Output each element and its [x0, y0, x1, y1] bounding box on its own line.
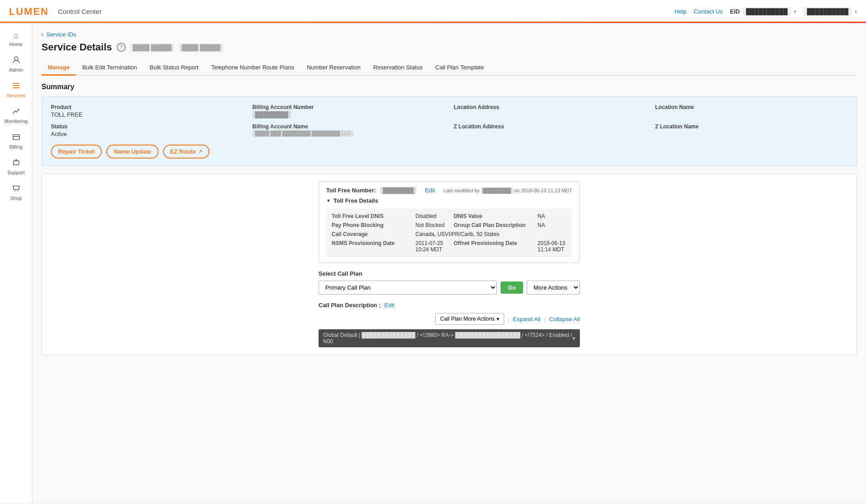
sidebar-item-monitoring[interactable]: Monitoring [2, 104, 31, 127]
tf-details-grid: Toll Free Level DNIS Disabled DNIS Value… [326, 209, 572, 257]
sidebar-label-support: Support [7, 170, 25, 175]
summary-actions: Repair Ticket Name Update EZ Route ↗ [51, 145, 848, 159]
tf-dnis-val-label: DNIS Value [454, 213, 535, 219]
help-link[interactable]: Help [675, 8, 687, 15]
contact-link[interactable]: Contact Us [694, 8, 723, 15]
tf-nsms-value: 2011-07-25 10:24 MDT [415, 240, 445, 253]
select-call-plan: Select Call Plan Primary Call Plan Go Mo… [319, 270, 580, 295]
tab-reservation[interactable]: Number Reservation [301, 60, 367, 76]
tab-route-plans[interactable]: Telephone Number Route Plans [205, 60, 301, 76]
toll-free-card: Toll Free Number: ████████ Edit Last mod… [319, 181, 580, 263]
separator: | [508, 316, 509, 322]
sidebar-label-billing: Billing [9, 144, 23, 150]
tf-edit-link[interactable]: Edit [425, 187, 435, 194]
product-label: Product [51, 104, 243, 110]
breadcrumb-arrow: ‹ [41, 31, 44, 38]
more-actions-dropdown[interactable]: More Actions [527, 281, 580, 295]
call-plan-more-actions-label: Call Plan More Actions [440, 316, 495, 322]
location-address-label: Location Address [454, 104, 646, 110]
tf-detail-offnet: Offnet Provisioning Date 2018-06-13 11:1… [454, 240, 567, 253]
billing-acct-name-field: Billing Account Name ████ ███ ████████ █… [252, 123, 445, 137]
ez-route-button[interactable]: EZ Route ↗ [163, 145, 210, 159]
sidebar-item-shop[interactable]: Shop [2, 181, 31, 204]
tab-call-plan[interactable]: Call Plan Template [429, 60, 490, 76]
status-field: Status Active [51, 123, 243, 137]
separator-2: | [544, 316, 546, 322]
billing-acct-name-label: Billing Account Name [252, 123, 445, 130]
status-label: Status [51, 123, 243, 130]
call-plan-actions-row: Call Plan More Actions ▾ | Expand All | … [319, 313, 580, 325]
call-plan-dropdown[interactable]: Primary Call Plan [319, 281, 497, 295]
summary-grid: Product TOLL FREE Billing Account Number… [51, 104, 848, 137]
sidebar-item-home[interactable]: ⌂ Home [2, 28, 31, 50]
tf-offnet-label: Offnet Provisioning Date [454, 240, 535, 253]
collapse-all-link[interactable]: Collapse All [549, 316, 580, 322]
services-icon [12, 82, 20, 91]
tf-card-header: Toll Free Number: ████████ Edit Last mod… [326, 187, 572, 194]
tf-detail-dnis-value: DNIS Value NA [454, 213, 567, 219]
summary-title: Summary [41, 83, 857, 91]
top-navigation: LUMEN Control Center Help Contact Us EID… [0, 0, 866, 23]
svg-point-7 [14, 191, 15, 191]
tf-modified: Last modified by ████████ on 2018-06-13 … [443, 188, 572, 193]
expand-all-link[interactable]: Expand All [513, 316, 540, 322]
tf-payphone-value: Not Blocked [415, 222, 445, 228]
page-id-1: ████ █████ [130, 43, 175, 52]
global-default-bar: Global Default | ██████████████ / <!2980… [319, 329, 580, 347]
tabs: Manage Bulk Edit Termination Bulk Status… [41, 60, 857, 76]
monitoring-icon [12, 107, 20, 117]
user-dropdown-arrow[interactable]: ▾ [855, 9, 857, 14]
sidebar-label-admin: Admin [9, 67, 23, 73]
top-nav-right: Help Contact Us EID ██████████ ▾ ███████… [675, 7, 857, 16]
toggle-arrow-icon: ▼ [326, 198, 331, 203]
z-location-address-label: Z Location Address [454, 123, 646, 130]
call-plan-desc-label: Call Plan Description : [319, 302, 381, 309]
z-location-address-field: Z Location Address [454, 123, 646, 137]
call-plan-more-actions-button[interactable]: Call Plan More Actions ▾ [435, 313, 504, 325]
sidebar-item-admin[interactable]: Admin [2, 52, 31, 76]
layout: ⌂ Home Admin Services [0, 23, 866, 503]
sidebar: ⌂ Home Admin Services [0, 23, 32, 503]
tf-modified-date: on 2018-06-13 11:13 MDT [514, 188, 572, 193]
eid-value: ██████████ [743, 7, 791, 16]
svg-point-0 [14, 57, 18, 60]
tab-bulk-edit[interactable]: Bulk Edit Termination [76, 60, 143, 76]
help-icon[interactable]: ? [117, 43, 126, 52]
tf-detail-group-desc: Group Call Plan Description NA [454, 222, 567, 228]
sidebar-item-billing[interactable]: Billing [2, 129, 31, 153]
billing-acct-num-value: ████████ [252, 111, 445, 118]
sidebar-item-support[interactable]: Support [2, 155, 31, 179]
global-default-text: Global Default | ██████████████ / <!2980… [323, 332, 572, 345]
billing-acct-name-value: ████ ███ ████████ ████████ LLC [252, 131, 445, 136]
name-update-button[interactable]: Name Update [106, 145, 158, 159]
sidebar-label-services: Services [6, 93, 25, 98]
tf-dnis-value: Disabled [415, 213, 445, 219]
call-plan-desc: Call Plan Description : Edit Call Plan M… [319, 302, 580, 347]
tab-manage[interactable]: Manage [41, 60, 76, 76]
tab-res-status[interactable]: Reservation Status [367, 60, 429, 76]
tf-dnis-val-value: NA [538, 213, 567, 219]
tf-payphone-label: Pay Phone Blocking [332, 222, 413, 228]
user-value: ██████████ [803, 7, 852, 16]
home-icon: ⌂ [14, 32, 18, 40]
eid-label: EID [730, 8, 740, 15]
eid-dropdown-arrow[interactable]: ▾ [794, 9, 796, 14]
call-plan-desc-edit[interactable]: Edit [384, 302, 394, 309]
sidebar-item-services[interactable]: Services [2, 78, 31, 102]
tf-detail-coverage: Call Coverage Canada, USVI/PR/Carib, 50 … [332, 231, 567, 237]
repair-ticket-button[interactable]: Repair Ticket [51, 145, 102, 159]
tf-coverage-label: Call Coverage [332, 231, 413, 237]
z-location-name-field: Z Location Name [655, 123, 848, 137]
tf-number-label: Toll Free Number: [326, 187, 376, 194]
tf-number-value: ████████ [380, 187, 416, 194]
go-button[interactable]: Go [501, 282, 523, 294]
tf-modified-user: ████████ [481, 187, 513, 194]
tab-bulk-status[interactable]: Bulk Status Report [143, 60, 205, 76]
logo: LUMEN [9, 6, 49, 18]
product-value: TOLL FREE [51, 111, 243, 118]
summary-box: Product TOLL FREE Billing Account Number… [41, 96, 857, 166]
tf-coverage-value: Canada, USVI/PR/Carib, 50 States [415, 231, 567, 237]
breadcrumb-link[interactable]: Service IDs [46, 31, 76, 38]
tf-details-toggle[interactable]: ▼ Toll Free Details [326, 197, 572, 204]
global-default-arrow-icon[interactable]: ▾ [572, 335, 575, 342]
